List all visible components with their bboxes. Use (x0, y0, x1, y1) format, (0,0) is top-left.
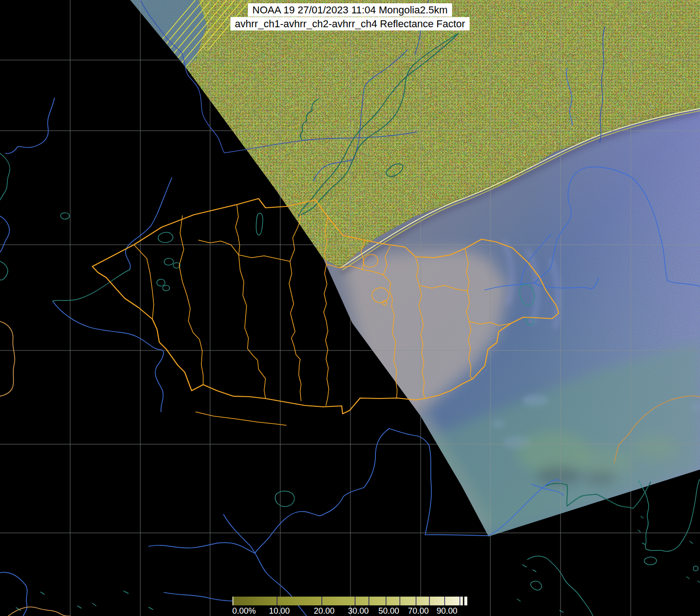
colorbar-label-0: 0.00% (232, 606, 256, 616)
colorbar-label-30: 30.00 (348, 606, 368, 616)
colorbar-label-20: 20.00 (314, 606, 334, 616)
colorbar-label-70: 70.00 (408, 606, 428, 616)
title-line1: NOAA 19 27/01/2023 11:04 Mongolia2.5km (248, 3, 453, 17)
satellite-map: 0.00% 10.00 20.00 30.00 50.00 70.00 90.0… (0, 0, 700, 616)
satellite-image-viewport: 0.00% 10.00 20.00 30.00 50.00 70.00 90.0… (0, 0, 700, 616)
colorbar-label-90: 90.00 (436, 606, 457, 616)
colorbar-gradient (232, 597, 467, 605)
colorbar-label-50: 50.00 (378, 606, 399, 616)
title-line2: avhrr_ch1-avhrr_ch2-avhrr_ch4 Reflectanc… (230, 17, 470, 30)
image-title: NOAA 19 27/01/2023 11:04 Mongolia2.5km a… (0, 3, 700, 31)
colorbar-label-10: 10.00 (269, 606, 290, 616)
